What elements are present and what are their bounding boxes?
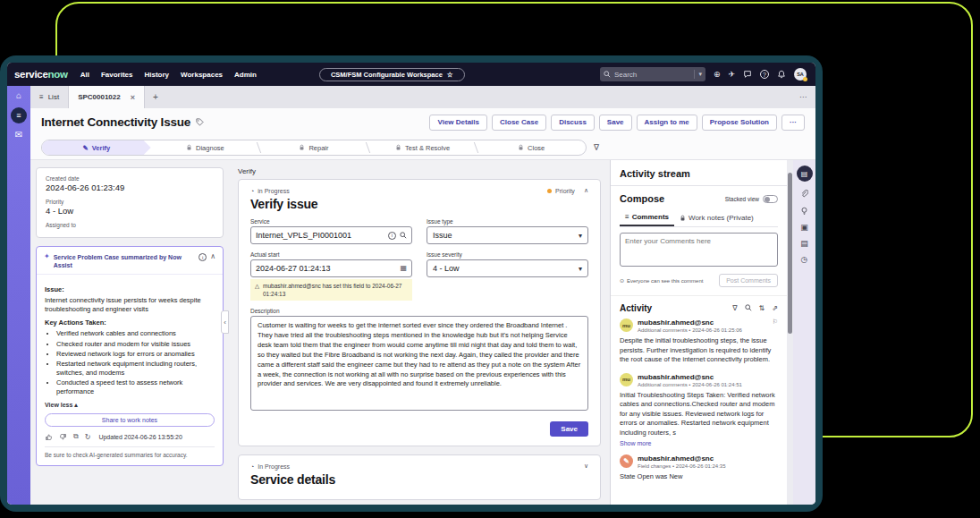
send-icon[interactable]: ✈: [728, 71, 735, 79]
service-details-title: Service details: [250, 472, 588, 487]
reference-info-icon[interactable]: i: [388, 232, 396, 240]
activity-search-icon[interactable]: [745, 304, 752, 311]
activity-feed: mu mubashir.ahmed@snc Additional comment…: [611, 317, 787, 505]
lightbulb-icon[interactable]: [800, 207, 808, 216]
nav-item-admin[interactable]: Admin: [234, 71, 257, 79]
issue-type-select[interactable]: Issue ▾: [427, 226, 588, 244]
compose-label: Compose: [620, 193, 664, 204]
favorite-star-icon[interactable]: ☆: [447, 71, 453, 79]
field-change-note: △ mubashir.ahmed@snc has set this field …: [250, 279, 412, 301]
tab-work-notes[interactable]: Work notes (Private): [674, 210, 759, 226]
key-action-item: Conducted a speed test to assess network…: [56, 378, 215, 396]
servicenow-logo[interactable]: servicenow: [14, 69, 68, 80]
discuss-button[interactable]: Discuss: [551, 115, 595, 131]
form-save-button[interactable]: Save: [550, 421, 588, 437]
refresh-icon[interactable]: ↻: [85, 433, 91, 441]
view-details-button[interactable]: View Details: [429, 115, 487, 131]
flow-step-test-resolve[interactable]: Test & Resolve: [368, 140, 477, 155]
notification-bell-icon[interactable]: [777, 70, 786, 79]
entry-meta: Additional comments • 2024-06-26 01:25:0…: [638, 327, 768, 333]
more-actions-button[interactable]: ···: [781, 115, 805, 131]
collapse-section-icon[interactable]: ∧: [584, 187, 588, 194]
activity-stream-rail-icon[interactable]: ▤: [797, 166, 813, 182]
save-button[interactable]: Save: [599, 115, 632, 131]
thumbs-up-icon[interactable]: [45, 433, 53, 441]
close-case-button[interactable]: Close Case: [492, 115, 546, 131]
nav-item-history[interactable]: History: [144, 71, 169, 79]
expand-section-icon[interactable]: ∨: [584, 463, 588, 470]
actual-start-input[interactable]: [256, 264, 396, 273]
reference-lookup-icon[interactable]: [400, 232, 407, 239]
nav-item-favorites[interactable]: Favorites: [101, 71, 133, 79]
activity-filter-icon[interactable]: ∇: [732, 304, 737, 312]
tag-icon[interactable]: [196, 118, 204, 126]
globe-icon[interactable]: ⊕: [714, 71, 721, 79]
activity-expand-icon[interactable]: ⇗: [772, 304, 778, 312]
copy-icon[interactable]: ⧉: [73, 432, 79, 441]
paperclip-icon[interactable]: [800, 190, 808, 199]
search-scope-dropdown-icon[interactable]: ▾: [698, 71, 702, 78]
description-textarea[interactable]: Customer is waiting for weeks to get the…: [250, 316, 588, 411]
flow-filter-icon[interactable]: ∇: [594, 143, 599, 152]
workspace-switcher-pill[interactable]: CSM/FSM Configurable Workspace ☆: [319, 68, 465, 81]
entry-author: mubashir.ahmed@snc: [638, 454, 778, 463]
calendar-icon[interactable]: ▦: [400, 265, 407, 272]
post-comments-button[interactable]: Post Comments: [719, 274, 778, 287]
flag-icon[interactable]: ⚐: [773, 318, 778, 333]
tab-comments[interactable]: ≡ Comments: [620, 210, 674, 226]
stacked-view-toggle[interactable]: [763, 195, 778, 203]
list-menu-icon[interactable]: ≡: [11, 107, 27, 123]
flow-step-diagnose[interactable]: Diagnose: [151, 140, 260, 155]
work-notes-tab-label: Work notes (Private): [689, 214, 754, 222]
priority-label: Priority: [46, 199, 214, 205]
now-assist-card-body: Issue: Internet connectivity issue persi…: [37, 275, 223, 465]
scrollbar-thumb[interactable]: [788, 173, 792, 334]
help-icon[interactable]: ?: [760, 70, 769, 79]
logo-text-2: now: [48, 69, 68, 80]
tab-bar-more-icon[interactable]: ⋯: [790, 86, 815, 108]
verify-issue-card: ◔ in Progress Priority ∧ Verify issue: [238, 179, 601, 446]
tab-record-spc0001022[interactable]: SPC0001022 ×: [69, 86, 145, 108]
tab-list[interactable]: ≡ List: [30, 86, 69, 108]
attachments-image-icon[interactable]: ▣: [800, 224, 808, 232]
activity-list-header: Activity ∇ ⇅ ⇗: [611, 296, 787, 317]
thumbs-down-icon[interactable]: [59, 433, 67, 441]
vertical-scrollbar[interactable]: [787, 160, 793, 505]
inbox-icon[interactable]: ✉: [15, 131, 22, 140]
history-clock-icon[interactable]: ◷: [801, 256, 808, 264]
user-avatar[interactable]: SA: [794, 68, 807, 81]
flow-step-repair[interactable]: Repair: [259, 140, 368, 155]
home-icon[interactable]: ⌂: [16, 91, 21, 100]
nav-item-workspaces[interactable]: Workspaces: [181, 71, 223, 79]
info-icon[interactable]: i: [199, 253, 207, 261]
collapse-card-icon[interactable]: ∧: [210, 253, 215, 260]
details-sidebar: Created date 2024-06-26 01:23:49 Priorit…: [30, 160, 229, 505]
warning-icon: △: [255, 282, 259, 298]
issue-summary-text: Internet connectivity issue persists for…: [45, 296, 215, 314]
nav-right-cluster: Search ▾ ⊕ ✈ ? SA: [600, 67, 807, 81]
comments-icon: ≡: [625, 213, 629, 221]
collapse-sidebar-handle[interactable]: ‹: [221, 310, 229, 334]
close-tab-icon[interactable]: ×: [131, 93, 135, 102]
flow-step-close[interactable]: Close: [477, 140, 586, 155]
activity-sort-icon[interactable]: ⇅: [759, 304, 765, 312]
service-input[interactable]: [256, 231, 384, 240]
view-less-link[interactable]: View less ▴: [45, 402, 215, 409]
new-tab-button[interactable]: +: [145, 86, 166, 108]
chat-icon[interactable]: [743, 70, 752, 79]
propose-solution-button[interactable]: Propose Solution: [702, 115, 777, 131]
nav-item-all[interactable]: All: [80, 71, 89, 79]
key-actions-list: Verified network cables and connections …: [56, 329, 215, 396]
assign-to-me-button[interactable]: Assign to me: [637, 115, 697, 131]
servicenow-ui: servicenow All Favorites History Workspa…: [7, 63, 815, 505]
share-to-work-notes-button[interactable]: Share to work notes: [45, 413, 215, 427]
global-search[interactable]: Search ▾: [600, 67, 705, 81]
document-icon[interactable]: ▤: [800, 240, 808, 248]
show-more-link[interactable]: Show more: [620, 440, 778, 446]
flow-step-verify[interactable]: ✎ Verify: [42, 140, 151, 155]
comment-textarea[interactable]: [620, 233, 778, 267]
issue-severity-select[interactable]: 4 - Low ▾: [427, 259, 588, 277]
stacked-view-label: Stacked view: [725, 196, 759, 202]
flow-step-label: Repair: [308, 144, 328, 152]
activity-entry: mu mubashir.ahmed@snc Additional comment…: [620, 318, 778, 365]
